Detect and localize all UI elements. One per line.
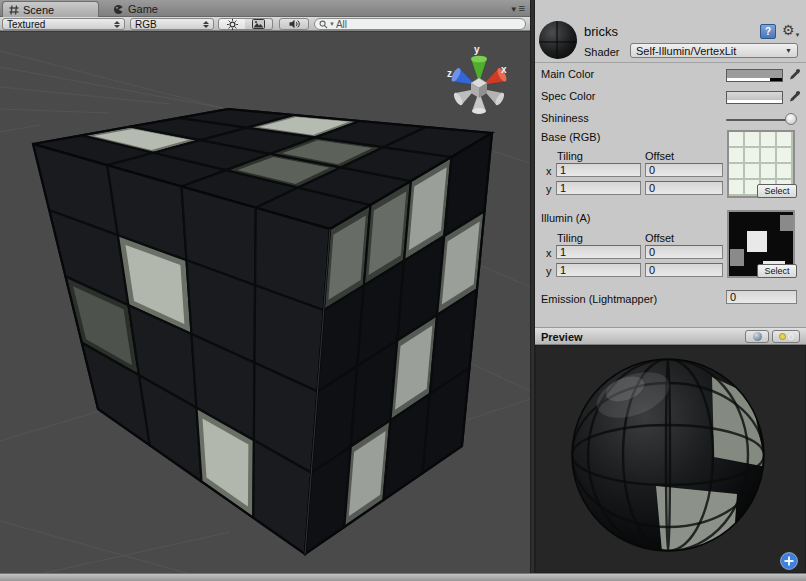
speaker-icon xyxy=(289,19,300,29)
tab-scene[interactable]: Scene xyxy=(2,1,99,17)
scene-3d-canvas[interactable]: yxz xyxy=(0,32,530,573)
preview-lighting-button[interactable] xyxy=(772,330,800,343)
scene-search-field[interactable]: ▼ xyxy=(314,18,526,30)
illumin-tiling-x-field[interactable] xyxy=(556,245,641,259)
eyedropper-icon[interactable] xyxy=(788,68,801,81)
spec-color-swatch[interactable] xyxy=(726,91,783,104)
shader-dropdown[interactable]: Self-Illumin/VertexLit ▼ xyxy=(630,43,798,58)
spec-color-label: Spec Color xyxy=(541,90,595,102)
eyedropper-icon[interactable] xyxy=(788,90,801,103)
shader-label: Shader xyxy=(584,46,619,58)
add-preview-object-button[interactable] xyxy=(781,553,798,570)
chevron-down-icon: ▼ xyxy=(785,47,792,54)
preview-header[interactable]: Preview xyxy=(535,327,806,345)
updown-arrows-icon xyxy=(114,21,120,28)
material-name: bricks xyxy=(584,24,618,39)
y-axis-label: y xyxy=(546,183,552,195)
illumin-tiling-y-field[interactable] xyxy=(556,263,641,277)
tab-game[interactable]: Game xyxy=(113,1,158,17)
light-on-icon xyxy=(779,333,786,340)
light-off-icon xyxy=(788,334,794,340)
base-rgb-label: Base (RGB) xyxy=(541,131,600,143)
window-footer xyxy=(0,573,806,581)
preview-viewport[interactable] xyxy=(535,345,806,573)
illumin-offset-x-field[interactable] xyxy=(645,245,723,259)
draw-mode-dropdown[interactable]: Textured xyxy=(2,18,125,30)
illumin-a-label: Illumin (A) xyxy=(541,212,591,224)
scene-lighting-toggle[interactable] xyxy=(218,18,246,30)
unity-editor-window: Scene Game ▼≡ Textured RGB xyxy=(0,0,806,581)
scene-viewport[interactable]: yxz xyxy=(0,31,530,573)
color-mode-label: RGB xyxy=(135,19,199,30)
main-color-swatch[interactable] xyxy=(726,69,783,82)
svg-text:y: y xyxy=(474,44,480,55)
x-axis-label: x xyxy=(546,165,552,177)
scene-audio-toggle[interactable] xyxy=(279,18,309,30)
shininess-slider-track[interactable] xyxy=(726,119,788,121)
emission-label: Emission (Lightmapper) xyxy=(541,293,657,305)
search-filter-caret-icon[interactable]: ▼ xyxy=(329,21,335,27)
tab-scene-label: Scene xyxy=(23,4,54,16)
tiling-header: Tiling xyxy=(557,232,583,244)
preview-mesh-button[interactable] xyxy=(745,330,769,343)
shader-dropdown-value: Self-Illumin/VertexLit xyxy=(636,45,736,57)
y-axis-label: y xyxy=(546,265,552,277)
offset-header: Offset xyxy=(645,150,674,162)
sun-icon xyxy=(227,19,238,30)
base-offset-y-field[interactable] xyxy=(645,181,723,195)
base-texture-select-button[interactable]: Select xyxy=(757,184,797,198)
shininess-slider-knob[interactable] xyxy=(785,113,797,125)
main-color-label: Main Color xyxy=(541,68,594,80)
scene-skybox-toggle[interactable] xyxy=(245,18,273,30)
tiling-header: Tiling xyxy=(557,150,583,162)
preview-title: Preview xyxy=(541,331,583,343)
x-axis-label: x xyxy=(546,247,552,259)
color-mode-dropdown[interactable]: RGB xyxy=(130,18,214,30)
gear-icon[interactable]: ⚙▼ xyxy=(782,22,801,38)
svg-text:z: z xyxy=(447,68,452,79)
tab-game-label: Game xyxy=(128,3,158,15)
sphere-icon xyxy=(753,332,762,341)
scene-tabstrip: Scene Game ▼≡ xyxy=(0,0,530,17)
search-input[interactable] xyxy=(336,19,486,30)
scene-panel-menu-icon[interactable]: ▼≡ xyxy=(510,4,526,14)
svg-text:x: x xyxy=(501,64,507,75)
offset-header: Offset xyxy=(645,232,674,244)
emission-value-field[interactable] xyxy=(726,290,797,304)
preview-3d-canvas[interactable] xyxy=(535,345,806,573)
help-icon[interactable]: ? xyxy=(760,24,776,39)
material-header: bricks ? ⚙▼ Shader Self-Illumin/VertexLi… xyxy=(535,17,806,63)
image-icon xyxy=(252,19,265,29)
base-tiling-x-field[interactable] xyxy=(556,163,641,177)
draw-mode-label: Textured xyxy=(7,19,110,30)
game-icon xyxy=(113,4,124,15)
base-offset-x-field[interactable] xyxy=(645,163,723,177)
base-tiling-y-field[interactable] xyxy=(556,181,641,195)
illumin-offset-y-field[interactable] xyxy=(645,263,723,277)
shininess-label: Shininess xyxy=(541,112,589,124)
scene-grid-icon xyxy=(9,5,19,15)
illumin-texture-select-button[interactable]: Select xyxy=(757,264,797,278)
updown-arrows-icon xyxy=(203,21,209,28)
search-icon xyxy=(319,20,328,29)
material-preview-thumbnail xyxy=(539,21,577,59)
scene-toolbar: Textured RGB xyxy=(0,17,530,31)
inspector-panel: bricks ? ⚙▼ Shader Self-Illumin/VertexLi… xyxy=(535,0,806,573)
